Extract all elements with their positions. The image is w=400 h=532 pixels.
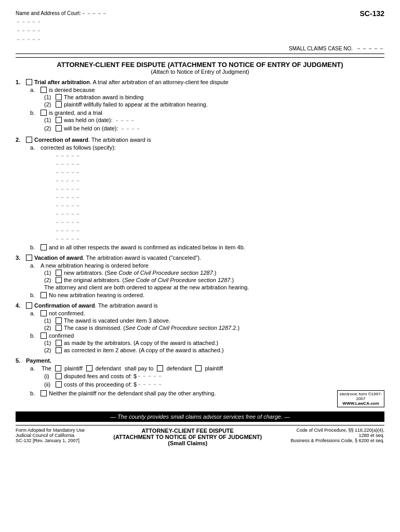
footer-center-line1: ATTORNEY-CLIENT FEE DISPUTE (113, 428, 262, 434)
s5b-label: b. (30, 390, 41, 396)
s3-note: The attorney and client are both ordered… (44, 284, 384, 290)
title-block: ATTORNEY-CLIENT FEE DISPUTE (ATTACHMENT … (16, 57, 384, 75)
s3b-checkbox[interactable] (41, 292, 47, 298)
s5a-defendant2-checkbox[interactable] (157, 365, 163, 371)
s1a2-num: (2) (44, 101, 56, 108)
s1b1-text: was held on (date): (64, 117, 113, 123)
s3a2-checkbox[interactable] (56, 277, 62, 283)
s4a2-checkbox[interactable] (56, 325, 62, 331)
s3-header-row: 3. Vacation of award. The arbitration aw… (16, 255, 384, 261)
case-no-value: －－－－－ (356, 45, 384, 52)
footer-center-line2: (ATTACHMENT TO NOTICE OF ENTRY OF JUDGME… (113, 434, 262, 440)
s5a-shall: shall pay to (125, 365, 154, 371)
cl9: －－－－－ (55, 218, 384, 227)
s3a-text: A new arbitration hearing is ordered bef… (41, 262, 149, 269)
s2-checkbox[interactable] (26, 137, 32, 143)
s4a1-checkbox[interactable] (56, 317, 62, 324)
s1a1-row: (1) The arbitration award is binding (44, 94, 384, 100)
s5a-defendant2: defendant (166, 365, 192, 371)
s2b-checkbox[interactable] (41, 244, 47, 250)
s1b1-row: (1) was held on (date): －－－－ (44, 117, 384, 124)
s1a2-checkbox[interactable] (56, 101, 62, 108)
title-sub-italic: Attach (153, 69, 169, 75)
s5a-label: a. (30, 365, 41, 371)
s1-checkbox[interactable] (26, 79, 32, 85)
s4a2-row: (2) The case is dismissed. (See Code of … (44, 325, 384, 331)
s1b1-num: (1) (44, 117, 56, 123)
s4a-checkbox[interactable] (41, 310, 47, 316)
s5a-plaintiff2-checkbox[interactable] (195, 365, 202, 371)
s5aii-checkbox[interactable] (56, 381, 62, 388)
s5a-row: a. The plaintiff defendant shall pay to … (30, 365, 384, 371)
s2a-row: a. corrected as follows (specify): (30, 144, 384, 151)
section-3: 3. Vacation of award. The arbitration aw… (16, 255, 384, 298)
page-footer: Form Adopted for Mandatory Use Judicial … (16, 425, 384, 446)
cl11: －－－－－ (55, 235, 384, 243)
s1b2-dash: －－－－ (120, 125, 141, 132)
s3a1-checkbox[interactable] (56, 270, 62, 276)
s2-label: Correction of award (34, 137, 88, 143)
s1-desc: Trial after arbitration. A trial after a… (34, 79, 229, 85)
s1b2-checkbox[interactable] (56, 125, 62, 131)
s3-label: Vacation of award (34, 255, 83, 261)
s4-desc: Confirmation of award. The arbitration a… (34, 302, 158, 309)
s1a-label: a. (30, 87, 41, 93)
cl5: －－－－－ (55, 185, 384, 193)
s5ai-row: (i) disputed fees and costs of: $ －－－－－ (44, 373, 384, 380)
footer-right-line1: Code of Civil Procedure, §§ 116.220(a)(4… (290, 428, 384, 433)
s4b2-row: (2) as corrected in item 2 above. (A cop… (44, 347, 384, 353)
s2b-label: b. (30, 244, 41, 250)
s5ai-num: (i) (44, 373, 56, 379)
s2a-text: corrected as follows (specify): (41, 144, 116, 151)
watermark-line1: electronic form ©1997- (340, 392, 382, 396)
s1b1-checkbox[interactable] (56, 117, 62, 123)
cl3: －－－－－ (55, 168, 384, 177)
title-sub: (Attach to Notice of Entry of Judgment) (16, 69, 384, 75)
footer-center-line3: (Small Claims) (113, 440, 262, 446)
s5a-defendant-checkbox[interactable] (86, 365, 92, 371)
s4b1-checkbox[interactable] (56, 340, 62, 346)
s4-checkbox[interactable] (26, 302, 32, 309)
s5b-checkbox[interactable] (41, 390, 47, 396)
dash-line-3: －－－－－ (16, 35, 107, 44)
footer-right-line2: 1280 et seq. (290, 433, 384, 438)
s5a-plaintiff: plaintiff (64, 365, 83, 371)
s3-num: 3. (16, 255, 26, 261)
s5b-text: Neither the plaintiff nor the defendant … (49, 390, 216, 396)
s1a2-text: plaintiff willfully failed to appear at … (64, 101, 208, 108)
s4b-checkbox[interactable] (41, 332, 47, 339)
s1a-text: is denied because (49, 87, 95, 93)
s1a-checkbox[interactable] (41, 87, 47, 93)
dash-line-1: －－－－－ (16, 17, 107, 26)
s4b2-checkbox[interactable] (56, 347, 62, 353)
s4b-label: b. (30, 332, 41, 339)
s5ai-checkbox[interactable] (56, 373, 62, 379)
s4a-text: not confirmed. (49, 310, 85, 316)
cl2: －－－－－ (55, 160, 384, 168)
s4b-text: confirmed (49, 332, 74, 339)
s3a-label: a. (30, 262, 41, 269)
s5-label: Payment. (26, 357, 51, 364)
s3b-text: No new arbitration hearing is ordered. (49, 292, 144, 298)
s5a-plaintiff2: plaintiff (205, 365, 223, 371)
title-main: ATTORNEY-CLIENT FEE DISPUTE (ATTACHMENT … (16, 61, 384, 69)
s5a-plaintiff-checkbox[interactable] (55, 365, 61, 371)
court-dashes: －－－－－ (81, 10, 107, 16)
dash-line-2: －－－－－ (16, 26, 107, 35)
s1b-checkbox[interactable] (41, 110, 47, 116)
cl4: －－－－－ (55, 177, 384, 185)
case-no-row: SMALL CLAIMS CASE NO. －－－－－ (16, 45, 384, 54)
footer-right-line3: Business & Professions Code, § 6200 et s… (290, 438, 384, 443)
s1a1-checkbox[interactable] (56, 94, 62, 100)
s5b-row: b. Neither the plaintiff nor the defenda… (30, 390, 333, 396)
s4-label: Confirmation of award (34, 302, 95, 309)
cl1: －－－－－ (55, 152, 384, 160)
s3-checkbox[interactable] (26, 255, 32, 261)
footer-bar: — The county provides small claims advis… (16, 411, 384, 422)
s4a2-num: (2) (44, 325, 56, 331)
s3a1-row: (1) new arbitrators. (See Code of Civil … (44, 270, 384, 276)
section-1: 1. Trial after arbitration. A trial afte… (16, 79, 384, 132)
s2b-row: b. and in all other respects the award i… (30, 244, 384, 250)
s5-num: 5. (16, 357, 26, 364)
s5a-defendant: defendant (96, 365, 121, 371)
